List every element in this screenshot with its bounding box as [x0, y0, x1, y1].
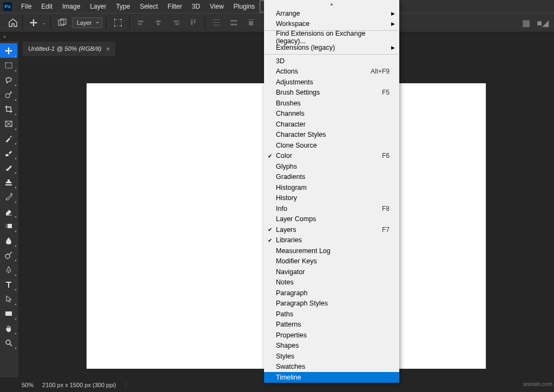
svg-rect-2	[115, 19, 121, 26]
stamp-tool[interactable]	[0, 175, 17, 189]
menu-item-shapes[interactable]: Shapes	[264, 341, 399, 351]
menu-item-paragraph-styles[interactable]: Paragraph Styles	[264, 298, 399, 309]
menu-item-character-styles[interactable]: Character Styles	[264, 130, 399, 141]
svg-rect-26	[5, 63, 12, 68]
healing-tool[interactable]	[0, 145, 17, 160]
menu-3d[interactable]: 3D	[187, 1, 205, 12]
zoom-tool[interactable]	[0, 335, 17, 350]
menu-item-measurement-log[interactable]: Measurement Log	[264, 245, 399, 256]
auto-select-icon[interactable]	[55, 16, 70, 29]
menu-item-styles[interactable]: Styles	[264, 351, 399, 362]
brush-tool[interactable]	[0, 160, 17, 175]
menu-item-properties[interactable]: Properties	[264, 330, 399, 341]
menu-edit[interactable]: Edit	[36, 1, 57, 12]
window-menu-dropdown: ▲ Arrange▶Workspace▶Find Extensions on E…	[264, 0, 399, 383]
menu-item-gradients[interactable]: Gradients	[264, 172, 399, 183]
menu-item-swatches[interactable]: Swatches	[264, 362, 399, 373]
menu-filter[interactable]: Filter	[163, 1, 187, 12]
expand-panels-icon: »	[3, 34, 6, 39]
svg-rect-12	[157, 23, 160, 25]
menu-item-brushes[interactable]: Brushes	[264, 98, 399, 109]
status-chevron-icon[interactable]: 〉	[124, 381, 130, 389]
menu-item-navigator[interactable]: Navigator	[264, 267, 399, 277]
menu-item-clone-source[interactable]: Clone Source	[264, 140, 399, 151]
menu-item-layers[interactable]: ✔LayersF7	[264, 224, 399, 235]
menu-item-color[interactable]: ✔ColorF6	[264, 151, 399, 162]
quick-select-tool[interactable]	[0, 87, 17, 102]
svg-rect-9	[139, 23, 142, 25]
menu-image[interactable]: Image	[57, 1, 85, 12]
blur-tool[interactable]	[0, 233, 17, 248]
svg-rect-22	[230, 20, 237, 22]
svg-rect-11	[156, 21, 161, 22]
svg-rect-20	[213, 22, 220, 23]
menu-item-timeline[interactable]: Timeline	[264, 372, 399, 383]
close-tab-icon[interactable]: ×	[106, 45, 110, 53]
menu-item-paths[interactable]: Paths	[264, 309, 399, 320]
menu-item-character[interactable]: Character	[264, 119, 399, 130]
menu-item-3d[interactable]: 3D	[264, 56, 399, 67]
menu-file[interactable]: File	[16, 1, 36, 12]
menu-item-histogram[interactable]: Histogram	[264, 182, 399, 193]
history-brush-tool[interactable]	[0, 189, 17, 204]
menu-item-find-extensions-on-exchange-legacy-[interactable]: Find Extensions on Exchange (legacy)...	[264, 32, 399, 43]
app-icon[interactable]: Ps	[3, 2, 12, 11]
menu-item-arrange[interactable]: Arrange▶	[264, 8, 399, 19]
svg-rect-14	[174, 21, 178, 22]
camera-icon[interactable]: ■◢	[537, 18, 549, 28]
distribute-top-icon	[209, 16, 224, 29]
frame-tool[interactable]	[0, 116, 17, 131]
document-tab-title: Untitled-1 @ 50% (RGB/8)	[28, 45, 102, 52]
document-tab[interactable]: Untitled-1 @ 50% (RGB/8) ×	[23, 42, 115, 56]
menu-type[interactable]: Type	[111, 1, 135, 12]
rectangle-tool[interactable]	[0, 306, 17, 321]
align-right-icon	[168, 16, 183, 29]
dodge-tool[interactable]	[0, 248, 17, 262]
svg-rect-5	[114, 25, 115, 26]
menu-item-brush-settings[interactable]: Brush SettingsF5	[264, 88, 399, 98]
menu-item-notes[interactable]: Notes	[264, 277, 399, 288]
hand-tool[interactable]	[0, 321, 17, 335]
menu-item-workspace[interactable]: Workspace▶	[264, 19, 399, 30]
menu-view[interactable]: View	[205, 1, 229, 12]
svg-rect-35	[5, 224, 8, 228]
svg-line-41	[10, 344, 12, 346]
distribute-bottom-icon	[243, 16, 259, 29]
menu-item-adjustments[interactable]: Adjustments	[264, 77, 399, 88]
move-tool-icon[interactable]	[26, 16, 41, 29]
menu-item-channels[interactable]: Channels	[264, 109, 399, 119]
pen-tool[interactable]	[0, 262, 17, 277]
menu-item-actions[interactable]: ActionsAlt+F9	[264, 67, 399, 77]
share-icon[interactable]: ▦	[522, 18, 530, 28]
crop-tool[interactable]	[0, 102, 17, 116]
transform-controls-icon[interactable]	[110, 16, 126, 29]
menu-item-libraries[interactable]: ✔Libraries	[264, 235, 399, 246]
svg-rect-10	[158, 19, 159, 26]
menu-layer[interactable]: Layer	[85, 1, 111, 12]
menu-item-history[interactable]: History	[264, 193, 399, 204]
menu-scroll-up-icon[interactable]: ▲	[264, 0, 399, 8]
lasso-tool[interactable]	[0, 72, 17, 87]
menu-select[interactable]: Select	[135, 1, 162, 12]
marquee-tool[interactable]	[0, 58, 17, 72]
align-top-icon	[186, 16, 201, 29]
zoom-level[interactable]: 50%	[22, 382, 34, 388]
menu-item-glyphs[interactable]: Glyphs	[264, 161, 399, 172]
document-dimensions[interactable]: 2100 px x 1500 px (300 ppi)	[42, 382, 116, 388]
menu-item-info[interactable]: InfoF8	[264, 203, 399, 214]
path-select-tool[interactable]	[0, 291, 17, 306]
menu-item-patterns[interactable]: Patterns	[264, 320, 399, 330]
svg-rect-16	[190, 19, 196, 20]
menu-item-layer-comps[interactable]: Layer Comps	[264, 214, 399, 225]
menu-item-paragraph[interactable]: Paragraph	[264, 288, 399, 298]
gradient-tool[interactable]	[0, 218, 17, 233]
eyedropper-tool[interactable]	[0, 131, 17, 145]
menu-plugins[interactable]: Plugins	[229, 1, 260, 12]
layer-select-dropdown[interactable]: Layer	[72, 17, 102, 28]
home-button[interactable]	[3, 15, 23, 31]
menu-item-extensions-legacy-[interactable]: Extensions (legacy)▶	[264, 43, 399, 54]
menu-item-modifier-keys[interactable]: Modifier Keys	[264, 256, 399, 267]
eraser-tool[interactable]	[0, 204, 17, 218]
type-tool[interactable]	[0, 277, 17, 291]
move-tool[interactable]	[0, 43, 17, 58]
